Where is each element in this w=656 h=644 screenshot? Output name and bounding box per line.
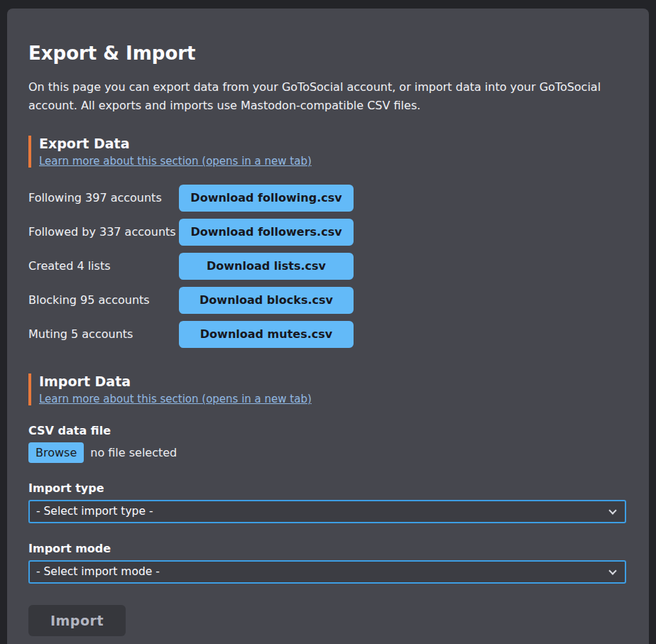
import-learn-more-link[interactable]: Learn more about this section (opens in … — [39, 393, 312, 405]
export-import-panel: Export & Import On this page you can exp… — [7, 9, 649, 644]
export-learn-more-link[interactable]: Learn more about this section (opens in … — [39, 155, 312, 168]
export-section-title: Export Data — [39, 136, 628, 151]
export-row-blocks: Blocking 95 accounts Download blocks.csv — [28, 287, 628, 314]
page-description: On this page you can export data from yo… — [28, 78, 628, 116]
export-section-header: Export Data Learn more about this sectio… — [28, 136, 628, 168]
download-followers-button[interactable]: Download followers.csv — [179, 219, 354, 246]
download-following-button[interactable]: Download following.csv — [179, 185, 354, 212]
export-row-following: Following 397 accounts Download followin… — [28, 185, 628, 212]
export-row-label: Created 4 lists — [28, 259, 179, 273]
download-mutes-button[interactable]: Download mutes.csv — [179, 321, 354, 348]
import-section: Import Data Learn more about this sectio… — [28, 373, 628, 636]
export-row-mutes: Muting 5 accounts Download mutes.csv — [28, 321, 628, 348]
export-row-label: Muting 5 accounts — [28, 327, 179, 341]
export-row-followers: Followed by 337 accounts Download follow… — [28, 219, 628, 246]
import-section-title: Import Data — [39, 373, 628, 389]
import-mode-label: Import mode — [28, 542, 628, 555]
download-lists-button[interactable]: Download lists.csv — [179, 253, 354, 280]
import-mode-select[interactable]: - Select import mode - — [28, 560, 626, 584]
download-blocks-button[interactable]: Download blocks.csv — [179, 287, 354, 314]
page-title: Export & Import — [28, 43, 628, 64]
browse-button[interactable]: Browse — [28, 442, 84, 463]
import-type-select-wrap: - Select import type - — [28, 500, 626, 523]
export-row-label: Following 397 accounts — [28, 191, 179, 204]
import-type-label: Import type — [28, 481, 628, 495]
import-type-select[interactable]: - Select import type - — [28, 500, 626, 523]
file-status-text: no file selected — [90, 446, 177, 459]
export-row-label: Followed by 337 accounts — [28, 225, 179, 239]
export-rows: Following 397 accounts Download followin… — [28, 185, 628, 348]
import-submit-button[interactable]: Import — [28, 605, 126, 636]
export-row-label: Blocking 95 accounts — [28, 293, 179, 307]
export-row-lists: Created 4 lists Download lists.csv — [28, 253, 628, 280]
csv-file-input: Browse no file selected — [28, 442, 628, 463]
import-mode-select-wrap: - Select import mode - — [28, 560, 626, 584]
import-section-header: Import Data Learn more about this sectio… — [28, 373, 628, 405]
csv-file-label: CSV data file — [28, 424, 628, 437]
